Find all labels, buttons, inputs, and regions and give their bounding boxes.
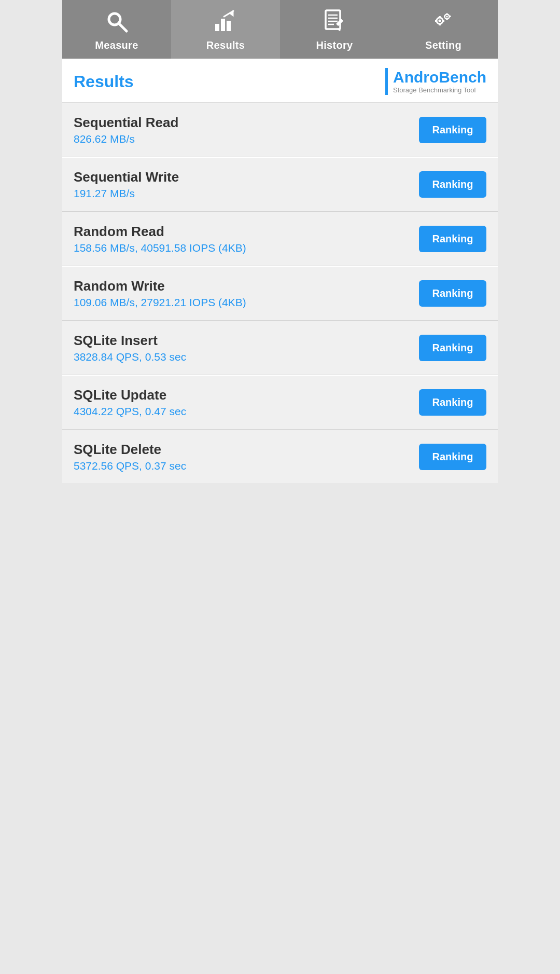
result-name: SQLite Delete — [74, 442, 419, 458]
result-name: SQLite Update — [74, 387, 419, 403]
ranking-button[interactable]: Ranking — [419, 171, 486, 198]
result-value: 191.27 MB/s — [74, 187, 419, 200]
results-icon — [214, 9, 237, 36]
svg-rect-17 — [439, 16, 441, 18]
svg-rect-23 — [444, 16, 445, 17]
result-row: Random Read158.56 MB/s, 40591.58 IOPS (4… — [62, 212, 498, 266]
result-info: Sequential Read826.62 MB/s — [74, 115, 419, 145]
result-info: SQLite Update4304.22 QPS, 0.47 sec — [74, 387, 419, 418]
ranking-button[interactable]: Ranking — [419, 280, 486, 307]
tab-results[interactable]: Results — [171, 0, 280, 59]
result-row: Random Write109.06 MB/s, 27921.21 IOPS (… — [62, 266, 498, 321]
result-value: 109.06 MB/s, 27921.21 IOPS (4KB) — [74, 296, 419, 309]
tab-history[interactable]: History — [280, 0, 389, 59]
result-info: Random Read158.56 MB/s, 40591.58 IOPS (4… — [74, 224, 419, 254]
ranking-button[interactable]: Ranking — [419, 117, 486, 143]
brand-name: AndroBench — [393, 70, 486, 85]
svg-line-1 — [119, 23, 127, 31]
tab-setting[interactable]: Setting — [389, 0, 498, 59]
result-info: SQLite Delete5372.56 QPS, 0.37 sec — [74, 442, 419, 472]
svg-rect-20 — [443, 20, 444, 22]
result-value: 4304.22 QPS, 0.47 sec — [74, 405, 419, 418]
tab-setting-label: Setting — [425, 39, 461, 51]
result-row: Sequential Read826.62 MB/sRanking — [62, 103, 498, 157]
svg-rect-3 — [221, 19, 225, 31]
svg-rect-21 — [446, 13, 448, 15]
result-name: Sequential Read — [74, 115, 419, 131]
ranking-button[interactable]: Ranking — [419, 335, 486, 361]
svg-rect-19 — [435, 20, 437, 22]
brand-name-part2: Bench — [439, 68, 486, 86]
svg-rect-22 — [446, 19, 448, 21]
setting-icon — [431, 9, 455, 36]
results-title: Results — [74, 72, 134, 91]
tab-results-label: Results — [206, 39, 245, 51]
tab-measure[interactable]: Measure — [62, 0, 171, 59]
results-list: Sequential Read826.62 MB/sRankingSequent… — [62, 103, 498, 484]
result-value: 5372.56 QPS, 0.37 sec — [74, 460, 419, 472]
tab-measure-label: Measure — [95, 39, 138, 51]
result-row: SQLite Delete5372.56 QPS, 0.37 secRankin… — [62, 430, 498, 484]
result-name: SQLite Insert — [74, 333, 419, 349]
svg-point-16 — [446, 16, 448, 18]
brand-logo: AndroBench Storage Benchmarking Tool — [385, 68, 486, 95]
ranking-button[interactable]: Ranking — [419, 444, 486, 470]
nav-tabs: Measure Results — [62, 0, 498, 59]
result-row: Sequential Write191.27 MB/sRanking — [62, 157, 498, 212]
brand-subtitle: Storage Benchmarking Tool — [393, 86, 475, 94]
brand-name-part1: Andro — [393, 68, 439, 86]
ranking-button[interactable]: Ranking — [419, 226, 486, 252]
svg-rect-2 — [215, 24, 219, 31]
measure-icon — [105, 9, 129, 36]
result-row: SQLite Update4304.22 QPS, 0.47 secRankin… — [62, 375, 498, 430]
result-name: Sequential Write — [74, 169, 419, 185]
tab-history-label: History — [316, 39, 353, 51]
result-name: Random Write — [74, 278, 419, 294]
result-row: SQLite Insert3828.84 QPS, 0.53 secRankin… — [62, 321, 498, 375]
svg-point-14 — [439, 20, 441, 22]
result-name: Random Read — [74, 224, 419, 240]
ranking-button[interactable]: Ranking — [419, 389, 486, 416]
results-header: Results AndroBench Storage Benchmarking … — [62, 59, 498, 103]
brand-bar — [385, 68, 388, 95]
svg-rect-4 — [227, 21, 231, 31]
history-icon — [323, 9, 346, 36]
result-info: SQLite Insert3828.84 QPS, 0.53 sec — [74, 333, 419, 363]
svg-rect-24 — [450, 16, 451, 17]
result-info: Random Write109.06 MB/s, 27921.21 IOPS (… — [74, 278, 419, 309]
brand-text: AndroBench Storage Benchmarking Tool — [393, 70, 486, 94]
svg-rect-6 — [326, 10, 340, 29]
result-value: 158.56 MB/s, 40591.58 IOPS (4KB) — [74, 242, 419, 254]
result-info: Sequential Write191.27 MB/s — [74, 169, 419, 200]
result-value: 826.62 MB/s — [74, 133, 419, 145]
result-value: 3828.84 QPS, 0.53 sec — [74, 351, 419, 363]
svg-rect-18 — [439, 24, 441, 25]
